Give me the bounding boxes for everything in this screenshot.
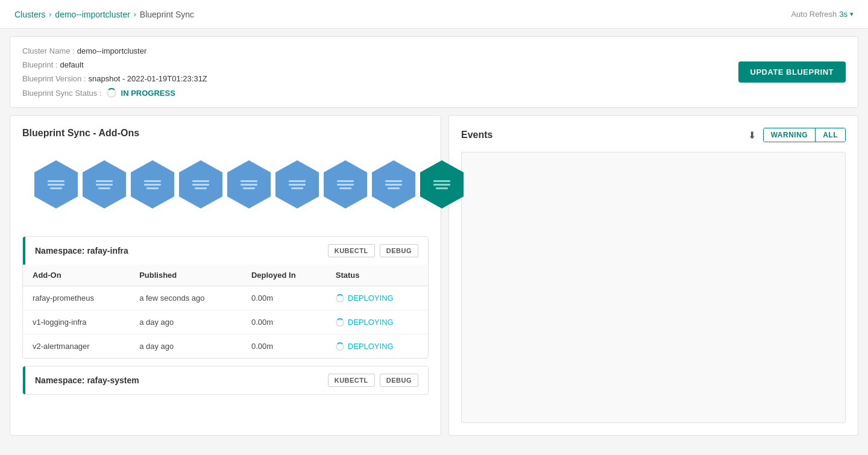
addons-table-rafay-infra: Add-On Published Deployed In Status rafa… [23, 265, 428, 358]
breadcrumb: Clusters › demo--importcluster › Bluepri… [14, 10, 194, 19]
sync-status-value: IN PROGRESS [121, 89, 175, 98]
hex-5 [227, 160, 271, 209]
hexagon-row [22, 148, 429, 227]
events-title: Events [461, 130, 492, 140]
namespace-rafay-system-title: Namespace: rafay-system [35, 375, 139, 385]
col-status: Status [326, 265, 428, 286]
all-filter-tab[interactable]: ALL [816, 128, 845, 142]
blueprint-version-row: Blueprint Version : snapshot - 2022-01-1… [22, 74, 207, 83]
published-value: a day ago [130, 334, 242, 359]
hex-2 [83, 160, 126, 209]
left-panel: Blueprint Sync - Add-Ons [10, 115, 441, 436]
col-addon: Add-On [23, 265, 130, 286]
breadcrumb-clusters[interactable]: Clusters [14, 10, 45, 19]
deploying-text: DEPLOYING [348, 342, 394, 351]
hex-1 [34, 160, 78, 209]
auto-refresh-label: Auto Refresh [791, 10, 837, 19]
sync-status-label: Blueprint Sync Status : [22, 89, 102, 98]
deploying-text: DEPLOYING [348, 293, 394, 303]
hex-6 [275, 160, 319, 209]
table-row: v2-alertmanager a day ago 0.00m DEPLOYIN… [23, 334, 428, 359]
sync-status-row: Blueprint Sync Status : IN PROGRESS [22, 88, 207, 98]
debug-button-rafay-infra[interactable]: DEBUG [380, 244, 418, 257]
namespace-rafay-infra-header: Namespace: rafay-infra KUBECTL DEBUG [23, 237, 428, 265]
blueprint-value: default [60, 60, 84, 69]
hex-3 [131, 160, 174, 209]
kubectl-button-rafay-system[interactable]: KUBECTL [328, 374, 375, 387]
status-value: DEPLOYING [326, 334, 428, 359]
top-nav: Clusters › demo--importcluster › Bluepri… [0, 0, 868, 29]
table-row: rafay-prometheus a few seconds ago 0.00m… [23, 286, 428, 310]
namespace-rafay-system-actions: KUBECTL DEBUG [328, 374, 418, 387]
namespace-rafay-system: Namespace: rafay-system KUBECTL DEBUG [22, 366, 429, 395]
addon-name: v1-logging-infra [23, 310, 130, 334]
events-header: Events ⬇ WARNING ALL [461, 128, 846, 142]
hex-7 [324, 160, 367, 209]
right-panel: Events ⬇ WARNING ALL [448, 115, 858, 436]
blueprint-version-value: snapshot - 2022-01-19T01:23:31Z [89, 74, 207, 83]
breadcrumb-sep-2: › [134, 10, 136, 19]
auto-refresh-value[interactable]: 3s [839, 10, 848, 19]
blueprint-label: Blueprint : [22, 60, 58, 69]
debug-button-rafay-system[interactable]: DEBUG [380, 374, 418, 387]
deployed-in-value: 0.00m [242, 286, 326, 310]
published-value: a few seconds ago [130, 286, 242, 310]
events-body [461, 152, 846, 423]
chevron-down-icon[interactable]: ▾ [850, 10, 854, 18]
deploying-spinner-icon [336, 294, 344, 303]
namespace-rafay-infra-actions: KUBECTL DEBUG [328, 244, 418, 257]
auto-refresh: Auto Refresh 3s ▾ [791, 10, 854, 19]
deployed-in-value: 0.00m [242, 334, 326, 359]
addon-name: rafay-prometheus [23, 286, 130, 310]
cluster-name-row: Cluster Name : demo--importcluster [22, 46, 207, 55]
left-panel-title: Blueprint Sync - Add-Ons [22, 128, 429, 139]
sync-spinner-icon [107, 88, 116, 98]
blueprint-version-label: Blueprint Version : [22, 74, 86, 83]
info-card: Cluster Name : demo--importcluster Bluep… [10, 36, 858, 108]
breadcrumb-cluster-name[interactable]: demo--importcluster [55, 10, 130, 19]
hex-8 [372, 160, 415, 209]
deploying-text: DEPLOYING [348, 318, 394, 327]
table-row: v1-logging-infra a day ago 0.00m DEPLOYI… [23, 310, 428, 334]
main-content: Blueprint Sync - Add-Ons [10, 115, 858, 436]
deployed-in-value: 0.00m [242, 310, 326, 334]
hex-9 [420, 160, 464, 209]
hex-4 [179, 160, 222, 209]
namespace-rafay-system-header: Namespace: rafay-system KUBECTL DEBUG [23, 366, 428, 394]
published-value: a day ago [130, 310, 242, 334]
filter-tabs: WARNING ALL [763, 128, 846, 142]
deploying-spinner-icon [336, 318, 344, 327]
breadcrumb-sep-1: › [49, 10, 51, 19]
deploying-spinner-icon [336, 342, 344, 351]
namespace-rafay-infra-title: Namespace: rafay-infra [35, 246, 128, 256]
namespace-rafay-infra: Namespace: rafay-infra KUBECTL DEBUG Add… [22, 236, 429, 359]
col-deployed-in: Deployed In [242, 265, 326, 286]
warning-filter-tab[interactable]: WARNING [764, 128, 816, 142]
kubectl-button-rafay-infra[interactable]: KUBECTL [328, 244, 375, 257]
cluster-name-value: demo--importcluster [77, 46, 147, 55]
update-blueprint-button[interactable]: UPDATE BLUEPRINT [738, 61, 846, 83]
col-published: Published [130, 265, 242, 286]
events-controls: ⬇ WARNING ALL [748, 128, 846, 142]
status-value: DEPLOYING [326, 286, 428, 310]
addon-name: v2-alertmanager [23, 334, 130, 359]
info-fields: Cluster Name : demo--importcluster Bluep… [22, 46, 207, 98]
cluster-name-label: Cluster Name : [22, 46, 75, 55]
breadcrumb-current: Blueprint Sync [140, 10, 194, 19]
download-icon[interactable]: ⬇ [748, 130, 756, 141]
status-value: DEPLOYING [326, 310, 428, 334]
blueprint-row: Blueprint : default [22, 60, 207, 69]
